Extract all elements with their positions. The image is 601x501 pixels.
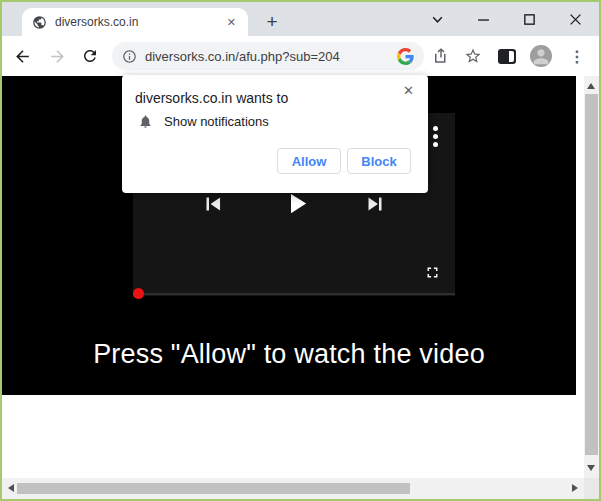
horizontal-scrollbar[interactable] — [2, 478, 584, 499]
fullscreen-icon[interactable] — [423, 263, 441, 281]
page-message: Press "Allow" to watch the video — [2, 339, 576, 370]
window-restore-down-icon[interactable] — [423, 5, 451, 33]
scroll-right-icon[interactable] — [572, 484, 578, 492]
window-minimize-icon[interactable] — [469, 5, 497, 33]
popup-request-text: Show notifications — [164, 114, 269, 129]
player-menu-kebab-icon[interactable] — [433, 123, 438, 150]
site-info-icon[interactable] — [122, 49, 137, 64]
scroll-up-icon[interactable] — [587, 83, 595, 89]
google-g-icon — [397, 48, 414, 65]
forward-icon[interactable] — [43, 42, 71, 70]
menu-kebab-icon[interactable]: ⋮ — [565, 42, 589, 70]
tab-bar: diversorks.co.in ✕ + — [2, 2, 599, 36]
scroll-left-icon[interactable] — [8, 484, 14, 492]
popup-close-icon[interactable]: ✕ — [399, 79, 418, 102]
progress-bar[interactable] — [133, 293, 455, 295]
window-maximize-icon[interactable] — [515, 5, 543, 33]
browser-tab[interactable]: diversorks.co.in ✕ — [22, 8, 248, 36]
address-bar[interactable]: diversorks.co.in/afu.php?sub=204 — [112, 42, 424, 70]
share-icon[interactable] — [427, 42, 455, 70]
side-panel-icon[interactable] — [493, 42, 521, 70]
vertical-scrollbar[interactable] — [584, 76, 599, 478]
skip-next-icon[interactable] — [362, 191, 388, 217]
back-icon[interactable] — [8, 42, 36, 70]
scroll-down-icon[interactable] — [587, 465, 595, 471]
allow-button[interactable]: Allow — [277, 148, 341, 174]
browser-toolbar: diversorks.co.in/afu.php?sub=204 ⋮ — [2, 36, 599, 76]
browser-window: diversorks.co.in ✕ + — [0, 0, 601, 501]
scrollbar-corner — [584, 478, 599, 499]
tab-title: diversorks.co.in — [55, 15, 223, 29]
tab-close-icon[interactable]: ✕ — [223, 14, 240, 31]
popup-title: diversorks.co.in wants to — [135, 90, 288, 106]
globe-favicon-icon — [32, 15, 47, 30]
profile-avatar[interactable] — [527, 42, 555, 70]
bookmark-star-icon[interactable] — [459, 42, 487, 70]
reload-icon[interactable] — [76, 42, 104, 70]
horizontal-scroll-thumb[interactable] — [17, 483, 410, 494]
notification-permission-popup: ✕ diversorks.co.in wants to Show notific… — [122, 75, 428, 193]
playhead-dot[interactable] — [133, 288, 144, 299]
new-tab-button[interactable]: + — [259, 9, 285, 35]
block-button[interactable]: Block — [347, 148, 411, 174]
bell-icon — [138, 114, 153, 129]
skip-previous-icon[interactable] — [200, 191, 226, 217]
url-text: diversorks.co.in/afu.php?sub=204 — [145, 49, 397, 64]
window-close-icon[interactable] — [561, 5, 589, 33]
vertical-scroll-thumb[interactable] — [585, 94, 598, 455]
